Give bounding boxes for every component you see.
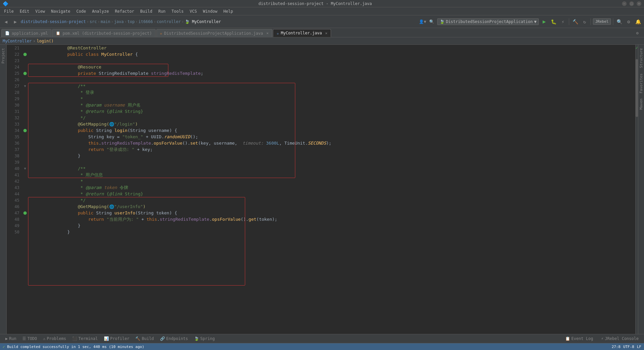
- line-22: 22 public class MyController {: [7, 51, 638, 57]
- run-config-selector[interactable]: 🍃 DistributedSessionProjectApplication ▼: [437, 18, 539, 25]
- build-success-text: Build completed successfully in 1 sec, 4…: [7, 345, 144, 349]
- event-log-icon: 📋: [565, 336, 570, 341]
- maven-panel-tab[interactable]: Maven: [638, 97, 644, 112]
- run-config-icon: 🍃: [440, 19, 445, 24]
- menu-navigate[interactable]: Navigate: [48, 8, 73, 14]
- menu-view[interactable]: View: [33, 8, 48, 14]
- forward-button[interactable]: ▶: [11, 18, 19, 26]
- menu-tools[interactable]: Tools: [169, 8, 186, 14]
- bottom-tab-spring[interactable]: 🍃 Spring: [191, 335, 217, 343]
- problems-icon: ⚠: [43, 336, 45, 341]
- breadcrumb-nav-mycontroller[interactable]: MyController: [3, 39, 32, 43]
- structure-panel-tab[interactable]: Structure: [638, 46, 644, 70]
- endpoints-label: Endpoints: [166, 336, 188, 341]
- fold-icon-27: ▼: [24, 84, 26, 88]
- event-log-label: Event Log: [572, 336, 593, 341]
- menu-build[interactable]: Build: [138, 8, 155, 14]
- build-label: Build: [142, 336, 154, 341]
- bottom-tab-todo[interactable]: ☰ TODO: [20, 335, 40, 343]
- status-right: 27:8 UTF-8 LF: [612, 345, 641, 349]
- menu-code[interactable]: Code: [74, 8, 89, 14]
- search-everywhere-button[interactable]: 🔍: [428, 18, 436, 26]
- terminal-icon: ⬛: [72, 336, 77, 341]
- spring-icon: 🍃: [194, 336, 199, 341]
- title-bar: 🔷 distributed-session-project - MyContro…: [0, 0, 644, 7]
- menu-bar: File Edit View Navigate Code Analyze Ref…: [0, 7, 644, 15]
- bottom-tab-profiler[interactable]: 📊 Profiler: [101, 335, 132, 343]
- terminal-label: Terminal: [78, 336, 98, 341]
- bottom-tab-endpoints[interactable]: 🔗 Endpoints: [157, 335, 191, 343]
- endpoints-icon: 🔗: [160, 336, 165, 341]
- run-button[interactable]: ▶: [540, 18, 548, 26]
- breadcrumb-nav-bar: MyController › login(): [0, 37, 644, 45]
- bottom-tab-run[interactable]: ▶ Run: [3, 335, 19, 343]
- gutter-34: [22, 129, 28, 132]
- bottom-tab-terminal[interactable]: ⬛ Terminal: [69, 335, 101, 343]
- build-button[interactable]: 🔨: [571, 18, 579, 26]
- toolbar-separator-1: [569, 18, 569, 25]
- notifications-button[interactable]: 🔔: [634, 18, 642, 26]
- line-38: 38 }: [7, 153, 638, 159]
- debug-button[interactable]: 🐛: [549, 18, 557, 26]
- menu-vcs[interactable]: VCS: [187, 8, 200, 14]
- tab-label-app: DistributedSessionProjectApplication.jav…: [164, 31, 263, 36]
- menu-window[interactable]: Window: [200, 8, 220, 14]
- menu-analyze[interactable]: Analyze: [89, 8, 112, 14]
- maximize-button[interactable]: □: [629, 1, 634, 6]
- close-button[interactable]: ✕: [637, 1, 641, 6]
- menu-refactor[interactable]: Refactor: [112, 8, 137, 14]
- close-icon-app[interactable]: ✕: [267, 31, 269, 35]
- run-icon: ▶: [5, 336, 8, 341]
- title-left: 🔷: [3, 1, 8, 6]
- breadcrumb-java[interactable]: java: [114, 19, 124, 24]
- breadcrumb-src[interactable]: src: [90, 19, 97, 24]
- menu-run[interactable]: Run: [156, 8, 168, 14]
- bottom-tab-event-log[interactable]: 📋 Event Log: [562, 335, 596, 343]
- jrebel-badge[interactable]: JRebel: [593, 18, 611, 25]
- vcs-button[interactable]: 👤▼: [419, 18, 427, 26]
- menu-file[interactable]: File: [1, 8, 16, 14]
- close-icon-ctrl[interactable]: ✕: [325, 31, 328, 35]
- tab-application-yml[interactable]: 📄 application.yml: [1, 29, 51, 37]
- breadcrumb-controller[interactable]: controller: [157, 19, 181, 24]
- breadcrumb: distributed-session-project › src › main…: [21, 19, 221, 24]
- bottom-tab-problems[interactable]: ⚠ Problems: [40, 335, 69, 343]
- gutter-27[interactable]: ▼: [22, 84, 28, 88]
- menu-edit[interactable]: Edit: [17, 8, 32, 14]
- breadcrumb-nav-method[interactable]: login(): [37, 39, 54, 43]
- breadcrumb-top[interactable]: top: [128, 19, 135, 24]
- back-button[interactable]: ◀: [2, 18, 10, 26]
- tab-application-java[interactable]: ☕ DistributedSessionProjectApplication.j…: [156, 29, 272, 37]
- gutter-47: [22, 211, 28, 215]
- app-icon: 🔷: [3, 1, 8, 6]
- sidebar-project-icon[interactable]: Project: [0, 46, 6, 65]
- breadcrumb-file[interactable]: 🍃 MyController: [185, 19, 221, 24]
- gutter-40[interactable]: ▼: [22, 167, 28, 170]
- status-message: ✓ Build completed successfully in 1 sec,…: [3, 345, 144, 349]
- tab-mycontroller[interactable]: ☕ MyController.java ✕: [273, 29, 331, 37]
- update-button[interactable]: ↻: [581, 18, 589, 26]
- tab-pom-xml[interactable]: 📋 pom.xml (distributed-session-project): [52, 29, 155, 37]
- coverage-button[interactable]: ⚡: [559, 18, 567, 26]
- code-50: }: [28, 224, 638, 239]
- breadcrumb-project[interactable]: distributed-session-project: [21, 19, 86, 24]
- profiler-label: Profiler: [110, 336, 130, 341]
- favorites-panel-tab[interactable]: Favorites: [638, 71, 644, 96]
- bottom-tabs: ▶ Run ☰ TODO ⚠ Problems ⬛ Terminal 📊 Pro…: [0, 334, 644, 343]
- minimize-button[interactable]: —: [622, 1, 627, 6]
- todo-label: TODO: [27, 336, 37, 341]
- code-lines: 21 @RestController 22 public clas: [7, 45, 638, 235]
- breadcrumb-package[interactable]: it6666: [138, 19, 153, 24]
- editor-scrollbar[interactable]: ✓: [635, 45, 638, 334]
- spring-label: Spring: [200, 336, 215, 341]
- bottom-tab-build[interactable]: 🔨 Build: [133, 335, 156, 343]
- jrebel-console-icon: ⚡: [601, 336, 604, 341]
- bottom-tab-jrebel-console[interactable]: ⚡ JRebel Console: [599, 335, 641, 343]
- tab-icon-app: ☕: [160, 31, 162, 35]
- settings-button[interactable]: ⚙: [625, 18, 633, 26]
- settings-editor-icon[interactable]: ⚙: [633, 29, 641, 37]
- tab-icon-pom: 📋: [56, 31, 60, 35]
- breadcrumb-main[interactable]: main: [101, 19, 110, 24]
- find-button[interactable]: 🔍: [615, 18, 623, 26]
- menu-help[interactable]: Help: [221, 8, 236, 14]
